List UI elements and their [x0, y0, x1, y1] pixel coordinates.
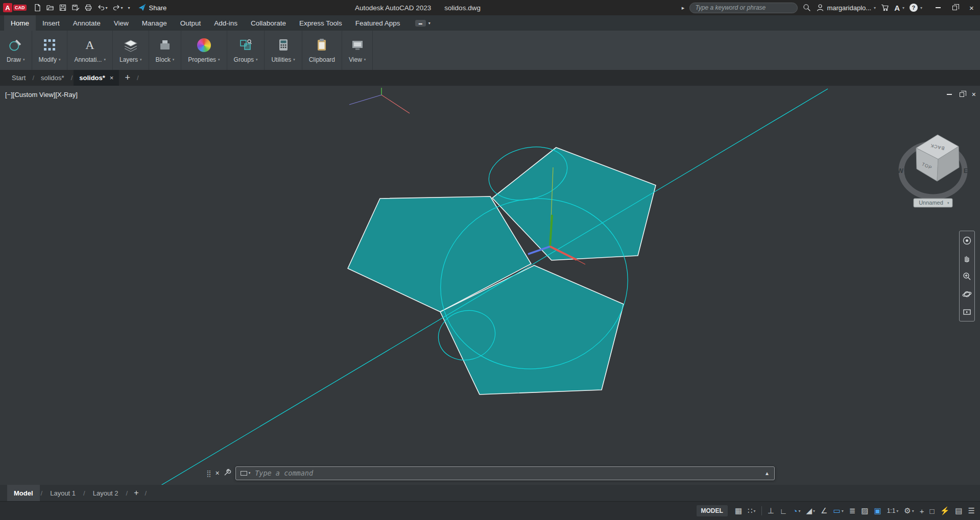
annotation-scale-button[interactable]: 1:1▾	[887, 507, 899, 514]
open-file-button[interactable]	[44, 3, 56, 13]
command-bar-grip-handle[interactable]: ⣿	[206, 469, 211, 477]
search-icon[interactable]	[803, 4, 811, 12]
file-tab-solidos-active[interactable]: solidos* ×	[74, 70, 119, 86]
new-layout-button[interactable]: +	[129, 485, 144, 501]
keyword-search-input[interactable]	[689, 3, 798, 13]
isometric-drafting-icon[interactable]: ◢▾	[806, 506, 815, 515]
isodraft-caret-icon[interactable]: ▾	[813, 509, 815, 513]
autodesk-apps-button[interactable]: A ▾	[894, 4, 904, 12]
command-bar-customize-wrench-icon[interactable]	[224, 468, 231, 478]
viewcube-east-label[interactable]: E	[964, 167, 968, 175]
panel-layers[interactable]: Layers▾	[113, 31, 149, 70]
named-view-caret-icon[interactable]: ▾	[947, 201, 949, 205]
graphics-performance-icon[interactable]: ⚡	[940, 506, 950, 515]
file-tab-solidos-1[interactable]: solidos*	[35, 70, 70, 86]
layout-tab-layout1[interactable]: Layout 1	[43, 485, 82, 501]
osnap-caret-icon[interactable]: ▾	[842, 509, 844, 513]
pan-hand-icon[interactable]	[962, 252, 973, 264]
panel-caret-icon[interactable]: ▾	[218, 58, 220, 62]
object-snap-icon[interactable]: ▭▾	[833, 506, 843, 515]
qat-customize-button[interactable]: ▾	[126, 5, 132, 11]
plot-button[interactable]	[83, 3, 94, 13]
viewport-restore-button[interactable]	[960, 92, 964, 97]
object-snap-tracking-icon[interactable]: ∠	[821, 506, 827, 515]
share-button[interactable]: Share	[138, 4, 167, 12]
ribbon-tab-home[interactable]: Home	[4, 15, 36, 31]
zoom-icon[interactable]	[962, 270, 973, 282]
snap-mode-icon[interactable]: ∷▾	[748, 506, 756, 515]
cart-icon[interactable]	[881, 4, 889, 12]
redo-caret-icon[interactable]: ▾	[121, 6, 123, 10]
customization-menu-icon[interactable]: ☰	[968, 506, 975, 515]
panel-view[interactable]: View▾	[342, 31, 373, 70]
infer-constraints-icon[interactable]: ⊥	[768, 506, 774, 515]
model-space-button[interactable]: MODEL	[697, 505, 728, 516]
help-button[interactable]: ? ▾	[910, 4, 922, 12]
ribbon-tab-manage[interactable]: Manage	[135, 15, 174, 31]
ribbon-tab-output[interactable]: Output	[174, 15, 208, 31]
panel-clipboard[interactable]: Clipboard	[302, 31, 342, 70]
named-view-label[interactable]: Unnamed	[919, 200, 943, 206]
ribbon-display-toggle[interactable]: ▬ ▾	[415, 15, 431, 31]
annotation-monitor-icon[interactable]: +	[920, 507, 924, 515]
isolate-objects-icon[interactable]: □	[930, 507, 935, 515]
redo-button[interactable]: ▾	[111, 3, 125, 13]
panel-modify[interactable]: Modify▾	[32, 31, 68, 70]
panel-annotation[interactable]: A Annotati...▾	[67, 31, 113, 70]
selection-cycling-icon[interactable]: ▣	[874, 506, 881, 515]
command-input[interactable]	[255, 469, 760, 477]
orbit-icon[interactable]	[962, 288, 973, 300]
workspace-gear-icon[interactable]: ⚙▾	[904, 506, 914, 515]
close-tab-icon[interactable]: ×	[110, 74, 114, 82]
snap-caret-icon[interactable]: ▾	[754, 509, 756, 513]
command-recent-dropdown[interactable]: ▾	[241, 471, 251, 476]
ribbon-tab-collaborate[interactable]: Collaborate	[244, 15, 293, 31]
workspace-caret-icon[interactable]: ▾	[912, 509, 914, 513]
viewport-minimize-button[interactable]	[947, 94, 952, 95]
command-history-toggle-icon[interactable]: ▲	[764, 471, 770, 476]
polar-caret-icon[interactable]: ▾	[798, 509, 800, 513]
ribbon-tab-express-tools[interactable]: Express Tools	[293, 15, 349, 31]
clean-screen-icon[interactable]: ▤	[955, 506, 962, 515]
undo-button[interactable]: ▾	[95, 3, 109, 13]
viewport-minimize-control[interactable]: [−]	[5, 91, 13, 98]
save-button[interactable]	[57, 3, 68, 13]
command-input-container[interactable]: ▾ ▲	[235, 466, 775, 480]
restore-button[interactable]	[946, 0, 963, 15]
panel-caret-icon[interactable]: ▾	[293, 58, 295, 62]
drawing-area[interactable]: W E S BACK TOP Unnamed ▾ [−] [Custom Vie…	[0, 86, 980, 485]
scale-caret-icon[interactable]: ▾	[896, 509, 898, 513]
close-button[interactable]: ×	[963, 0, 980, 15]
viewport-visual-style-control[interactable]: [X-Ray]	[55, 91, 77, 98]
panel-utilities[interactable]: Utilities▾	[265, 31, 302, 70]
viewcube-west-label[interactable]: W	[897, 167, 904, 175]
panel-properties[interactable]: Properties▾	[181, 31, 227, 70]
showmotion-icon[interactable]	[962, 306, 973, 318]
ribbon-tab-annotate[interactable]: Annotate	[66, 15, 107, 31]
panel-caret-icon[interactable]: ▾	[104, 58, 106, 62]
autocad-logo[interactable]: A CAD	[3, 3, 27, 12]
panel-caret-icon[interactable]: ▾	[140, 58, 142, 62]
ribbon-tab-addins[interactable]: Add-ins	[207, 15, 244, 31]
viewport-view-control[interactable]: [Custom View]	[13, 91, 56, 98]
layout-tab-layout2[interactable]: Layout 2	[86, 485, 125, 501]
file-tab-start[interactable]: Start	[6, 70, 31, 86]
viewport-close-button[interactable]: ×	[972, 90, 976, 98]
new-file-button[interactable]	[32, 3, 43, 13]
ortho-mode-icon[interactable]: ∟	[780, 507, 787, 515]
panel-caret-icon[interactable]: ▾	[23, 58, 25, 62]
ribbon-tab-insert[interactable]: Insert	[36, 15, 66, 31]
panel-caret-icon[interactable]: ▾	[256, 58, 258, 62]
minimize-button[interactable]	[929, 0, 946, 15]
undo-caret-icon[interactable]: ▾	[106, 6, 108, 10]
panel-caret-icon[interactable]: ▾	[59, 58, 61, 62]
lineweight-icon[interactable]: ≣	[849, 506, 856, 515]
view-cube[interactable]: W E S BACK TOP Unnamed ▾	[897, 135, 968, 207]
new-drawing-tab-button[interactable]: +	[119, 70, 136, 86]
search-arrow-icon[interactable]: ▸	[682, 5, 685, 11]
layout-tab-model[interactable]: Model	[7, 485, 40, 501]
panel-caret-icon[interactable]: ▾	[364, 58, 366, 62]
user-account-button[interactable]: margaridaplo... ▾	[816, 4, 876, 12]
panel-draw[interactable]: Draw▾	[0, 31, 32, 70]
panel-caret-icon[interactable]: ▾	[173, 58, 175, 62]
